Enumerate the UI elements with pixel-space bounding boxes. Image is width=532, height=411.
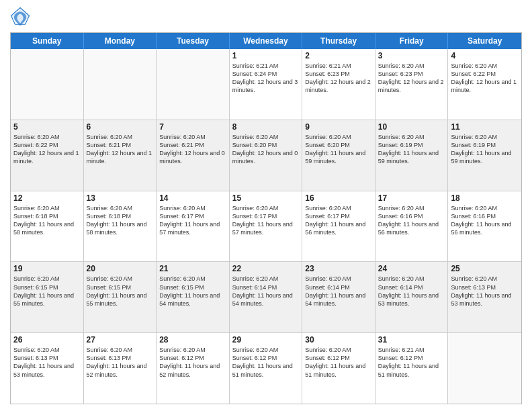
day-number: 8	[232, 122, 300, 132]
calendar-cell: 11Sunrise: 6:20 AM Sunset: 6:19 PM Dayli…	[448, 120, 521, 191]
calendar-cell: 4Sunrise: 6:20 AM Sunset: 6:22 PM Daylig…	[448, 49, 521, 120]
day-number: 1	[232, 51, 300, 60]
day-number: 13	[87, 193, 154, 203]
day-number: 30	[305, 335, 372, 345]
calendar-row: 12Sunrise: 6:20 AM Sunset: 6:18 PM Dayli…	[11, 191, 521, 262]
day-info: Sunrise: 6:20 AM Sunset: 6:13 PM Dayligh…	[87, 346, 154, 379]
page: SundayMondayTuesdayWednesdayThursdayFrid…	[0, 0, 532, 411]
day-info: Sunrise: 6:20 AM Sunset: 6:15 PM Dayligh…	[87, 275, 154, 308]
day-info: Sunrise: 6:21 AM Sunset: 6:23 PM Dayligh…	[305, 62, 372, 95]
calendar-cell	[84, 49, 157, 120]
day-number: 15	[232, 193, 300, 203]
calendar-day-header: Saturday	[448, 33, 521, 49]
calendar-cell: 21Sunrise: 6:20 AM Sunset: 6:15 PM Dayli…	[157, 262, 230, 332]
day-number: 6	[87, 122, 154, 132]
day-number: 5	[13, 122, 81, 132]
calendar-cell: 1Sunrise: 6:21 AM Sunset: 6:24 PM Daylig…	[230, 49, 303, 120]
day-number: 29	[232, 335, 300, 345]
calendar-body: 1Sunrise: 6:21 AM Sunset: 6:24 PM Daylig…	[11, 49, 521, 404]
day-info: Sunrise: 6:20 AM Sunset: 6:14 PM Dayligh…	[378, 275, 445, 308]
day-info: Sunrise: 6:21 AM Sunset: 6:24 PM Dayligh…	[232, 62, 300, 95]
day-info: Sunrise: 6:20 AM Sunset: 6:12 PM Dayligh…	[305, 346, 372, 379]
day-info: Sunrise: 6:20 AM Sunset: 6:21 PM Dayligh…	[159, 133, 226, 166]
calendar-cell: 26Sunrise: 6:20 AM Sunset: 6:13 PM Dayli…	[11, 333, 84, 404]
day-info: Sunrise: 6:20 AM Sunset: 6:17 PM Dayligh…	[232, 204, 300, 237]
calendar-cell: 19Sunrise: 6:20 AM Sunset: 6:15 PM Dayli…	[11, 262, 84, 332]
day-info: Sunrise: 6:20 AM Sunset: 6:15 PM Dayligh…	[13, 275, 81, 308]
day-info: Sunrise: 6:20 AM Sunset: 6:19 PM Dayligh…	[451, 133, 519, 166]
day-info: Sunrise: 6:20 AM Sunset: 6:12 PM Dayligh…	[159, 346, 226, 379]
header	[10, 7, 522, 27]
day-info: Sunrise: 6:20 AM Sunset: 6:18 PM Dayligh…	[87, 204, 154, 237]
calendar-header: SundayMondayTuesdayWednesdayThursdayFrid…	[11, 33, 521, 49]
calendar-cell	[448, 333, 521, 404]
calendar-cell: 25Sunrise: 6:20 AM Sunset: 6:13 PM Dayli…	[448, 262, 521, 332]
day-info: Sunrise: 6:20 AM Sunset: 6:13 PM Dayligh…	[451, 275, 519, 308]
day-number: 16	[305, 193, 372, 203]
day-info: Sunrise: 6:20 AM Sunset: 6:14 PM Dayligh…	[232, 275, 300, 308]
calendar-cell: 17Sunrise: 6:20 AM Sunset: 6:16 PM Dayli…	[375, 191, 449, 262]
calendar: SundayMondayTuesdayWednesdayThursdayFrid…	[10, 32, 522, 404]
day-info: Sunrise: 6:20 AM Sunset: 6:13 PM Dayligh…	[13, 346, 81, 379]
day-number: 17	[378, 193, 445, 203]
calendar-cell: 15Sunrise: 6:20 AM Sunset: 6:17 PM Dayli…	[230, 191, 303, 262]
day-info: Sunrise: 6:20 AM Sunset: 6:22 PM Dayligh…	[451, 62, 519, 95]
day-number: 26	[13, 335, 81, 345]
calendar-cell: 14Sunrise: 6:20 AM Sunset: 6:17 PM Dayli…	[157, 191, 230, 262]
calendar-day-header: Wednesday	[230, 33, 303, 49]
day-info: Sunrise: 6:20 AM Sunset: 6:20 PM Dayligh…	[305, 133, 372, 166]
calendar-cell	[157, 49, 230, 120]
calendar-day-header: Tuesday	[157, 33, 230, 49]
day-number: 31	[378, 335, 445, 345]
day-number: 21	[159, 264, 226, 273]
calendar-row: 26Sunrise: 6:20 AM Sunset: 6:13 PM Dayli…	[11, 332, 521, 404]
calendar-cell	[11, 49, 84, 120]
calendar-day-header: Friday	[375, 33, 449, 49]
day-number: 23	[305, 264, 372, 273]
day-info: Sunrise: 6:20 AM Sunset: 6:21 PM Dayligh…	[87, 133, 154, 166]
day-number: 14	[159, 193, 226, 203]
day-number: 19	[13, 264, 81, 273]
calendar-row: 5Sunrise: 6:20 AM Sunset: 6:22 PM Daylig…	[11, 120, 521, 191]
day-number: 28	[159, 335, 226, 345]
day-number: 7	[159, 122, 226, 132]
calendar-cell: 29Sunrise: 6:20 AM Sunset: 6:12 PM Dayli…	[230, 333, 303, 404]
day-info: Sunrise: 6:20 AM Sunset: 6:17 PM Dayligh…	[159, 204, 226, 237]
calendar-cell: 18Sunrise: 6:20 AM Sunset: 6:16 PM Dayli…	[448, 191, 521, 262]
calendar-cell: 16Sunrise: 6:20 AM Sunset: 6:17 PM Dayli…	[302, 191, 375, 262]
day-number: 9	[305, 122, 372, 132]
calendar-day-header: Sunday	[11, 33, 84, 49]
calendar-cell: 8Sunrise: 6:20 AM Sunset: 6:20 PM Daylig…	[230, 120, 303, 191]
calendar-cell: 3Sunrise: 6:20 AM Sunset: 6:23 PM Daylig…	[375, 49, 449, 120]
calendar-day-header: Thursday	[302, 33, 375, 49]
calendar-cell: 31Sunrise: 6:21 AM Sunset: 6:12 PM Dayli…	[375, 333, 449, 404]
day-info: Sunrise: 6:20 AM Sunset: 6:18 PM Dayligh…	[13, 204, 81, 237]
calendar-cell: 2Sunrise: 6:21 AM Sunset: 6:23 PM Daylig…	[302, 49, 375, 120]
day-number: 27	[87, 335, 154, 345]
calendar-cell: 24Sunrise: 6:20 AM Sunset: 6:14 PM Dayli…	[375, 262, 449, 332]
calendar-cell: 10Sunrise: 6:20 AM Sunset: 6:19 PM Dayli…	[375, 120, 449, 191]
calendar-cell: 9Sunrise: 6:20 AM Sunset: 6:20 PM Daylig…	[302, 120, 375, 191]
day-number: 24	[378, 264, 445, 273]
day-number: 12	[13, 193, 81, 203]
day-info: Sunrise: 6:21 AM Sunset: 6:12 PM Dayligh…	[378, 346, 445, 379]
day-number: 3	[378, 51, 445, 60]
day-number: 4	[451, 51, 519, 60]
day-number: 25	[451, 264, 519, 273]
day-number: 11	[451, 122, 519, 132]
calendar-cell: 7Sunrise: 6:20 AM Sunset: 6:21 PM Daylig…	[157, 120, 230, 191]
calendar-row: 19Sunrise: 6:20 AM Sunset: 6:15 PM Dayli…	[11, 261, 521, 332]
day-info: Sunrise: 6:20 AM Sunset: 6:12 PM Dayligh…	[232, 346, 300, 379]
day-number: 20	[87, 264, 154, 273]
day-info: Sunrise: 6:20 AM Sunset: 6:17 PM Dayligh…	[305, 204, 372, 237]
calendar-cell: 5Sunrise: 6:20 AM Sunset: 6:22 PM Daylig…	[11, 120, 84, 191]
day-info: Sunrise: 6:20 AM Sunset: 6:15 PM Dayligh…	[159, 275, 226, 308]
day-info: Sunrise: 6:20 AM Sunset: 6:22 PM Dayligh…	[13, 133, 81, 166]
calendar-cell: 28Sunrise: 6:20 AM Sunset: 6:12 PM Dayli…	[157, 333, 230, 404]
calendar-cell: 13Sunrise: 6:20 AM Sunset: 6:18 PM Dayli…	[84, 191, 157, 262]
calendar-cell: 22Sunrise: 6:20 AM Sunset: 6:14 PM Dayli…	[230, 262, 303, 332]
logo-icon	[10, 7, 30, 27]
day-number: 18	[451, 193, 519, 203]
day-number: 10	[378, 122, 445, 132]
calendar-cell: 30Sunrise: 6:20 AM Sunset: 6:12 PM Dayli…	[302, 333, 375, 404]
